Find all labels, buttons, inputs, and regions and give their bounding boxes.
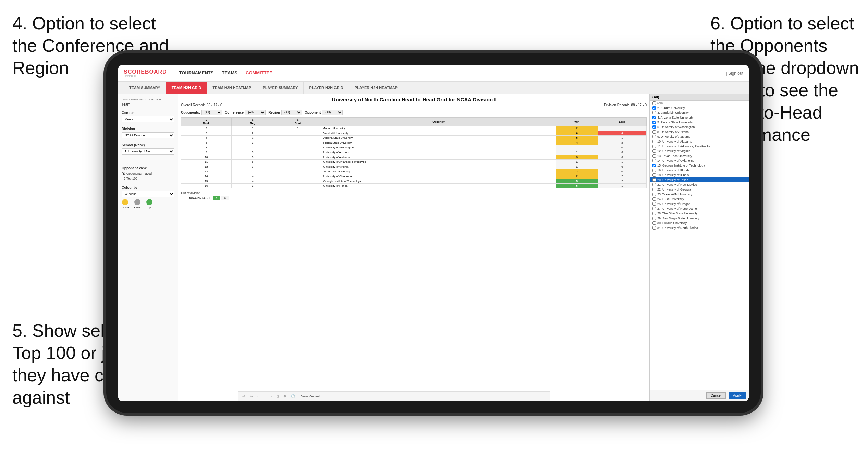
cancel-button[interactable]: Cancel: [706, 392, 726, 399]
dropdown-item[interactable]: 30. Purdue University: [650, 221, 749, 225]
sub-nav-player-h2h-grid[interactable]: PLAYER H2H GRID: [304, 82, 349, 94]
dropdown-item[interactable]: 29. San Diego State University: [650, 216, 749, 221]
nav-tournaments[interactable]: TOURNAMENTS: [179, 69, 214, 77]
dropdown-checkbox[interactable]: [652, 140, 656, 143]
dropdown-checkbox[interactable]: [652, 145, 656, 148]
cell-loss: 0: [598, 169, 646, 174]
dropdown-item[interactable]: 28. The Ohio State University: [650, 211, 749, 216]
school-label: School (Rank): [122, 143, 174, 147]
opponent-filter-select[interactable]: (All): [322, 110, 343, 115]
division-win: 1: [213, 196, 220, 200]
sub-nav-h2h-grid[interactable]: TEAM H2H GRID: [166, 82, 207, 94]
dropdown-checkbox[interactable]: [652, 183, 656, 186]
dropdown-checkbox[interactable]: [652, 116, 656, 119]
dropdown-checkbox[interactable]: [652, 173, 656, 177]
sub-nav-h2h-heatmap[interactable]: TEAM H2H HEATMAP: [207, 82, 257, 94]
dropdown-item[interactable]: 2. Auburn University: [650, 106, 749, 110]
toolbar-back[interactable]: ⟵: [256, 394, 264, 399]
dropdown-checkbox[interactable]: [652, 221, 656, 225]
dropdown-item[interactable]: 31. University of North Florida: [650, 225, 749, 230]
gender-label: Gender: [122, 111, 174, 115]
cell-conf: [274, 179, 322, 184]
dropdown-item[interactable]: 20. University of Texas: [650, 177, 749, 182]
apply-button[interactable]: Apply: [729, 392, 746, 399]
dropdown-checkbox[interactable]: [652, 217, 656, 220]
cell-opponent: Vanderbilt University: [322, 131, 556, 136]
toolbar-redo[interactable]: ↪: [248, 394, 254, 399]
dropdown-checkbox[interactable]: [652, 130, 656, 134]
toolbar-forward[interactable]: ⟶: [266, 394, 273, 399]
dropdown-checkbox[interactable]: [652, 106, 656, 110]
dropdown-checkbox[interactable]: [652, 111, 656, 114]
dropdown-item[interactable]: 21. University of New Mexico: [650, 182, 749, 187]
nav-teams[interactable]: TEAMS: [222, 69, 237, 77]
dropdown-item[interactable]: 9. University of Alabama: [650, 134, 749, 139]
dropdown-item[interactable]: 11. University of Arkansas, Fayetteville: [650, 144, 749, 149]
dropdown-checkbox[interactable]: [652, 202, 656, 206]
dropdown-item[interactable]: 8. University of Arizona: [650, 130, 749, 134]
dropdown-checkbox[interactable]: [652, 197, 656, 201]
region-filter-select[interactable]: (All): [281, 110, 302, 115]
toolbar-copy[interactable]: ⎘: [275, 394, 280, 399]
gender-select[interactable]: Men's: [122, 116, 174, 122]
dropdown-checkbox[interactable]: [652, 226, 656, 230]
division-row: NCAA Division II 1 0: [181, 196, 647, 200]
cell-rank: 11: [181, 160, 232, 164]
col-reg: #Reg: [231, 118, 274, 126]
cell-win: 3: [556, 169, 598, 174]
conference-filter-select[interactable]: (All): [245, 110, 266, 115]
dropdown-item[interactable]: 16. University of Florida: [650, 168, 749, 173]
dropdown-list[interactable]: (All)2. Auburn University3. Vanderbilt U…: [650, 101, 749, 390]
dropdown-item[interactable]: 6. University of Washington: [650, 125, 749, 130]
cell-win: 1: [556, 164, 598, 169]
dropdown-checkbox[interactable]: [652, 154, 656, 158]
dropdown-item[interactable]: 3. Vanderbilt University: [650, 110, 749, 115]
dropdown-checkbox[interactable]: [652, 207, 656, 210]
school-select[interactable]: 1. University of Nort...: [122, 148, 174, 155]
dropdown-item[interactable]: 10. University of Alabama: [650, 139, 749, 144]
dropdown-checkbox[interactable]: [652, 169, 656, 172]
dropdown-checkbox[interactable]: [652, 121, 656, 124]
dropdown-item[interactable]: 27. University of Notre Dame: [650, 206, 749, 211]
radio-opponents-played[interactable]: Opponents Played: [122, 172, 174, 175]
dropdown-checkbox[interactable]: [652, 164, 656, 167]
sub-nav-team-summary[interactable]: TEAM SUMMARY: [124, 82, 166, 94]
dropdown-checkbox[interactable]: [652, 178, 656, 182]
colour-by-select[interactable]: Win/loss: [122, 191, 174, 197]
dropdown-item[interactable]: 5. Florida State University: [650, 120, 749, 125]
dropdown-item[interactable]: 18. University of Illinois: [650, 173, 749, 177]
dropdown-checkbox[interactable]: [652, 188, 656, 191]
cell-conf: [274, 150, 322, 155]
dropdown-item[interactable]: 22. University of Georgia: [650, 187, 749, 192]
sub-nav-player-h2h-heatmap[interactable]: PLAYER H2H HEATMAP: [349, 82, 403, 94]
division-select[interactable]: NCAA Division I: [122, 132, 174, 138]
dropdown-item[interactable]: 23. Texas A&M University: [650, 192, 749, 197]
cell-opponent: University of Arizona: [322, 150, 556, 155]
dropdown-item[interactable]: 24. Duke University: [650, 197, 749, 201]
sub-nav-player-summary[interactable]: PLAYER SUMMARY: [257, 82, 304, 94]
dropdown-item[interactable]: 25. University of Oregon: [650, 201, 749, 206]
dropdown-checkbox[interactable]: [652, 101, 656, 105]
nav-committee[interactable]: COMMITTEE: [246, 69, 272, 77]
dropdown-item[interactable]: 12. University of Virginia: [650, 149, 749, 153]
dropdown-checkbox[interactable]: [652, 135, 656, 138]
main-content: Last Updated: 4/7/2024 16:55:38 Team Gen…: [118, 94, 749, 401]
dropdown-checkbox[interactable]: [652, 149, 656, 153]
dropdown-checkbox[interactable]: [652, 212, 656, 215]
sidebar-division-section: Division NCAA Division I: [122, 127, 174, 138]
radio-top100[interactable]: Top 100: [122, 177, 174, 180]
dropdown-item[interactable]: 14. University of Oklahoma: [650, 158, 749, 163]
dropdown-checkbox[interactable]: [652, 193, 656, 196]
nav-signout[interactable]: | Sign out: [726, 71, 743, 76]
dropdown-checkbox[interactable]: [652, 125, 656, 129]
toolbar-paste[interactable]: ⊕: [282, 394, 288, 399]
dropdown-item[interactable]: 4. Arizona State University: [650, 115, 749, 120]
opponents-filter-select[interactable]: (All): [201, 110, 222, 115]
dropdown-checkbox[interactable]: [652, 159, 656, 162]
cell-opponent: University of Oklahoma: [322, 174, 556, 179]
dropdown-item[interactable]: 15. Georgia Institute of Technology: [650, 163, 749, 168]
dropdown-item[interactable]: 13. Texas Tech University: [650, 153, 749, 158]
dropdown-item[interactable]: (All): [650, 101, 749, 106]
toolbar-undo[interactable]: ↩: [241, 394, 246, 399]
toolbar-clock[interactable]: 🕐: [290, 394, 296, 399]
